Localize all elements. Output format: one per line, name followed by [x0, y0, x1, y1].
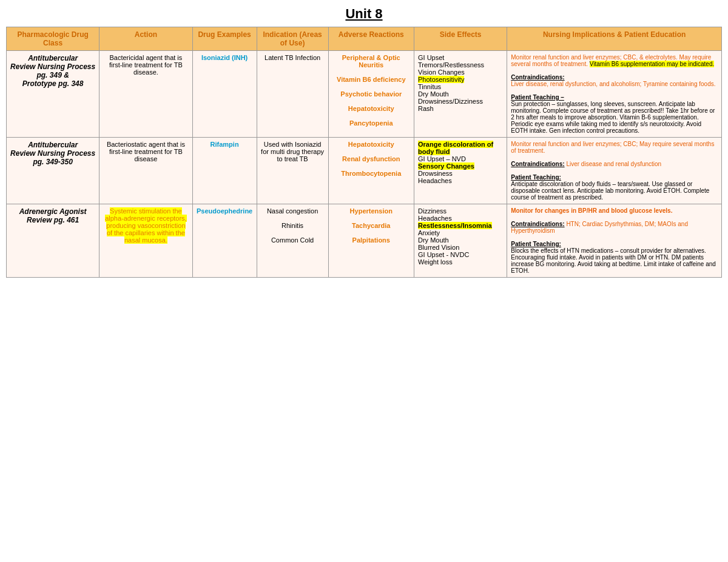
nursing-monitor-3: Monitor for changes in BP/HR and blood g…: [511, 207, 672, 214]
nursing-contra-label-2: Contraindications:: [511, 161, 564, 167]
se-1: GI Upset: [418, 54, 503, 61]
action-text-2: Bacteriostatic agent that is first-line …: [107, 141, 185, 162]
col-drug-examples: Drug Examples: [192, 27, 257, 51]
side-effects-cell-3: Dizziness Headaches Restlessness/Insomni…: [414, 204, 507, 278]
indication-text-3: Nasal congestionRhinitisCommon Cold: [267, 207, 318, 244]
col-indication: Indication (Areas of Use): [257, 27, 328, 51]
se-2-2: GI Upset – NVD: [418, 155, 503, 162]
adverse-4: Hepatotoxicity: [348, 105, 394, 112]
se-3: Vision Changes: [418, 69, 503, 76]
adverse-cell-3: Hypertension Tachycardia Palpitations: [328, 204, 414, 278]
drug-class-label: AntitubercularReview Nursing Process pg.…: [10, 54, 95, 88]
adverse-3: Psychotic behavior: [340, 90, 402, 98]
side-effects-cell: GI Upset Tremors/Restlessness Vision Cha…: [414, 51, 507, 138]
drug-class-label-3: Adrenergic AgonistReview pg. 461: [19, 207, 87, 224]
nursing-contra-2: Liver disease and renal dysfunction: [566, 161, 661, 167]
indication-text: Latent TB Infection: [265, 54, 320, 61]
adverse-3-1: Hypertension: [350, 207, 393, 215]
nursing-monitor-2: Monitor renal function and liver enzymes…: [511, 141, 714, 154]
adverse-2-2: Renal dysfunction: [342, 155, 400, 162]
table-row: Adrenergic AgonistReview pg. 461 Systemi…: [7, 204, 722, 278]
nursing-cell: Monitor renal function and liver enzymes…: [507, 51, 722, 138]
nursing-pt-3: Blocks the effects of HTN medications – …: [511, 247, 716, 274]
action-text-3: Systemic stimulation the alpha-adrenergi…: [105, 207, 187, 244]
se-3-1: Dizziness: [418, 207, 503, 215]
nursing-contra-label-3: Contraindications:: [511, 221, 564, 227]
table-row: AntitubercularReview Nursing Process pg.…: [7, 138, 722, 204]
se-3-6: Blurred Vision: [418, 244, 503, 251]
adverse-2: Vitamin B6 deficiency: [337, 76, 406, 83]
se-3-2: Headaches: [418, 215, 503, 222]
se-3-3: Restlessness/Insomnia: [418, 222, 503, 229]
indication-cell-2: Used with Isoniazid for multi drug thera…: [257, 138, 328, 204]
drug-name-2: Rifampin: [211, 141, 239, 148]
nursing-pt-1: Sun protection – sunglasses, long sleeve…: [511, 101, 715, 134]
col-nursing: Nursing Implications & Patient Education: [507, 27, 722, 51]
action-cell-3: Systemic stimulation the alpha-adrenergi…: [99, 204, 192, 278]
adverse-2-1: Hepatotoxicity: [348, 141, 394, 148]
se-2-3: Sensory Changes: [418, 162, 503, 170]
drug-class-cell-3: Adrenergic AgonistReview pg. 461: [7, 204, 99, 278]
se-6: Dry Mouth: [418, 90, 503, 98]
header-row: Pharmacologic Drug Class Action Drug Exa…: [7, 27, 722, 51]
drug-class-cell-2: AntitubercularReview Nursing Process pg.…: [7, 138, 99, 204]
col-drug-class: Pharmacologic Drug Class: [7, 27, 99, 51]
nursing-contra-label-1: Contraindications:: [511, 74, 564, 81]
page-title: Unit 8: [6, 6, 722, 22]
nursing-monitor-1: Monitor renal function and liver enzymes…: [511, 54, 714, 67]
nursing-pt-2: Anticipate discoloration of body fluids …: [511, 181, 709, 201]
drug-class-label-2: AntitubercularReview Nursing Process pg.…: [10, 141, 95, 166]
se-3-4: Anxiety: [418, 229, 503, 236]
nursing-pt-label-2: Patient Teaching:: [511, 174, 561, 181]
drug-name: Isoniazid (INH): [201, 54, 248, 61]
adverse-5: Pancytopenia: [349, 119, 393, 127]
indication-cell-3: Nasal congestionRhinitisCommon Cold: [257, 204, 328, 278]
se-5: Tinnitus: [418, 83, 503, 90]
action-text: Bactericidal agent that is first-line tr…: [109, 54, 183, 76]
nursing-pt-label-1: Patient Teaching –: [511, 94, 564, 101]
se-7: Drowsiness/Dizziness: [418, 98, 503, 105]
adverse-3-2: Tachycardia: [352, 222, 390, 229]
nursing-cell-3: Monitor for changes in BP/HR and blood g…: [507, 204, 722, 278]
drug-example-cell-3: Pseudoephedrine: [192, 204, 257, 278]
indication-text-2: Used with Isoniazid for multi drug thera…: [261, 141, 324, 162]
nursing-cell-2: Monitor renal function and liver enzymes…: [507, 138, 722, 204]
adverse-cell: Peripheral & Optic Neuritis Vitamin B6 d…: [328, 51, 414, 138]
se-3-5: Dry Mouth: [418, 236, 503, 244]
se-2-4: Drowsiness: [418, 170, 503, 177]
se-2-5: Headaches: [418, 177, 503, 184]
drug-example-cell: Isoniazid (INH): [192, 51, 257, 138]
adverse-1: Peripheral & Optic Neuritis: [342, 54, 400, 69]
col-side-effects: Side Effects: [414, 27, 507, 51]
nursing-pt-label-3: Patient Teaching:: [511, 241, 561, 247]
adverse-3-3: Palpitations: [352, 236, 390, 244]
nursing-contra-1: Liver disease, renal dysfunction, and al…: [511, 81, 715, 87]
side-effects-cell-2: Orange discoloration of body fluid GI Up…: [414, 138, 507, 204]
drug-name-3: Pseudoephedrine: [197, 207, 252, 215]
main-table: Pharmacologic Drug Class Action Drug Exa…: [6, 27, 722, 278]
adverse-2-3: Thrombocytopenia: [341, 170, 401, 177]
drug-class-cell: AntitubercularReview Nursing Process pg.…: [7, 51, 99, 138]
col-adverse: Adverse Reactions: [328, 27, 414, 51]
se-8: Rash: [418, 105, 503, 112]
drug-example-cell-2: Rifampin: [192, 138, 257, 204]
action-cell-2: Bacteriostatic agent that is first-line …: [99, 138, 192, 204]
se-3-7: GI Upset - NVDC: [418, 251, 503, 258]
table-row: AntitubercularReview Nursing Process pg.…: [7, 51, 722, 138]
se-3-8: Weight loss: [418, 258, 503, 266]
se-2: Tremors/Restlessness: [418, 61, 503, 69]
action-cell: Bactericidal agent that is first-line tr…: [99, 51, 192, 138]
se-4: Photosensitivity: [418, 76, 503, 83]
col-action: Action: [99, 27, 192, 51]
adverse-cell-2: Hepatotoxicity Renal dysfunction Thrombo…: [328, 138, 414, 204]
indication-cell: Latent TB Infection: [257, 51, 328, 138]
se-2-1: Orange discoloration of body fluid: [418, 141, 503, 155]
